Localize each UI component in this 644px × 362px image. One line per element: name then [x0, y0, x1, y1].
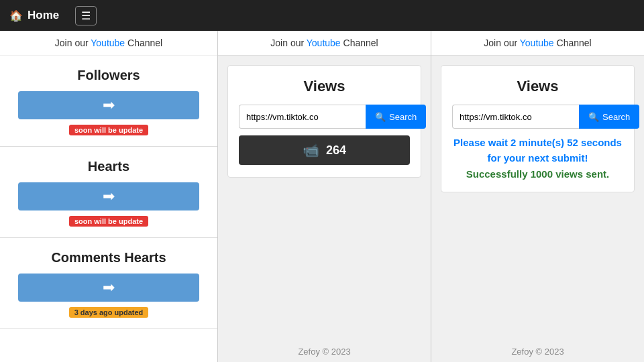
home-icon: 🏠	[9, 9, 23, 22]
navbar: 🏠 Home ☰	[0, 0, 644, 31]
sidebar-section-comments-hearts: Comments Hearts ➡ 3 days ago updated	[0, 238, 217, 329]
followers-badge: soon will be update	[69, 125, 148, 135]
right-wait-message: Please wait 2 minute(s) 52 seconds for y…	[452, 135, 623, 166]
right-success-message: Successfully 1000 views sent.	[452, 168, 623, 180]
hearts-arrow-icon: ➡	[103, 188, 115, 205]
navbar-title: Home	[28, 9, 59, 22]
right-views-title: Views	[452, 78, 623, 95]
navbar-toggler[interactable]: ☰	[75, 6, 97, 25]
main-layout: Join our Youtube Channel Followers ➡ soo…	[0, 31, 644, 362]
right-panel: Join our Youtube Channel Views 🔍 Search …	[431, 31, 644, 362]
comments-hearts-badge: 3 days ago updated	[69, 307, 149, 318]
hearts-arrow-button[interactable]: ➡	[18, 182, 199, 210]
right-search-icon: 🔍	[588, 112, 599, 122]
comments-hearts-title: Comments Hearts	[51, 250, 166, 265]
right-search-row: 🔍 Search	[452, 105, 623, 129]
center-views-count: 264	[326, 143, 346, 158]
center-panel: Join our Youtube Channel Views 🔍 Search …	[218, 31, 431, 362]
right-youtube-banner: Join our Youtube Channel	[431, 31, 644, 56]
right-views-card: Views 🔍 Search Please wait 2 minute(s) 5…	[441, 65, 635, 192]
comments-hearts-arrow-button[interactable]: ➡	[18, 274, 199, 302]
right-youtube-link[interactable]: Youtube	[520, 38, 554, 48]
center-search-label: Search	[389, 112, 417, 122]
right-url-input[interactable]	[452, 105, 579, 129]
center-views-title: Views	[239, 78, 410, 95]
center-views-card: Views 🔍 Search 📹 264	[227, 65, 421, 178]
followers-arrow-icon: ➡	[103, 97, 115, 114]
followers-arrow-button[interactable]: ➡	[18, 91, 199, 119]
center-youtube-link[interactable]: Youtube	[307, 38, 341, 48]
center-footer: Zefoy © 2023	[292, 341, 356, 362]
sidebar-section-hearts: Hearts ➡ soon will be update	[0, 147, 217, 238]
sidebar: Join our Youtube Channel Followers ➡ soo…	[0, 31, 218, 362]
center-search-icon: 🔍	[375, 112, 386, 122]
navbar-brand: 🏠 Home	[9, 9, 59, 22]
center-views-result: 📹 264	[239, 135, 410, 165]
hearts-title: Hearts	[88, 159, 129, 174]
hearts-badge: soon will be update	[69, 216, 148, 227]
comments-hearts-arrow-icon: ➡	[103, 279, 115, 296]
center-search-button[interactable]: 🔍 Search	[366, 105, 426, 129]
right-search-label: Search	[602, 112, 630, 122]
right-search-button[interactable]: 🔍 Search	[579, 105, 639, 129]
center-url-input[interactable]	[239, 105, 366, 129]
followers-title: Followers	[77, 68, 140, 83]
sidebar-section-followers: Followers ➡ soon will be update	[0, 56, 217, 147]
center-youtube-banner: Join our Youtube Channel	[218, 31, 431, 56]
sidebar-youtube-banner: Join our Youtube Channel	[0, 31, 217, 56]
sidebar-youtube-link[interactable]: Youtube	[91, 38, 125, 48]
video-icon: 📹	[303, 142, 319, 158]
right-footer: Zefoy © 2023	[506, 341, 569, 362]
center-search-row: 🔍 Search	[239, 105, 410, 129]
